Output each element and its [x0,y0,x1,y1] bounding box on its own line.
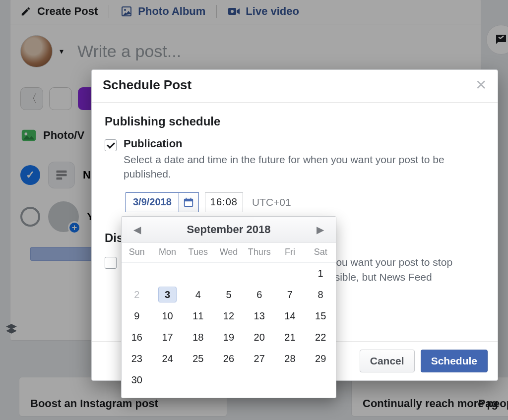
calendar-week-row: 23242526272829 [122,348,336,369]
calendar-day [213,369,244,391]
calendar-day [183,369,213,391]
calendar-day[interactable]: 8 [305,284,336,305]
calendar-week-row: 9101112131415 [122,305,336,327]
calendar-day[interactable]: 28 [275,348,306,369]
distribution-checkbox[interactable] [105,257,117,269]
calendar-day[interactable]: 18 [183,327,213,348]
calendar-day[interactable]: 24 [152,348,183,369]
datepicker-month-title: September 2018 [187,223,271,236]
calendar-week-row: 16171819202122 [122,327,336,348]
time-input[interactable]: 16:08 [205,192,243,212]
calendar-day[interactable]: 25 [183,348,213,369]
modal-title: Schedule Post [103,77,191,93]
date-picker: ◀ September 2018 ▶ Sun Mon Tues Wed Thur… [121,216,336,398]
calendar-day[interactable]: 20 [244,327,275,348]
calendar-day[interactable]: 4 [183,284,213,305]
calendar-day[interactable]: 7 [275,284,306,305]
calendar-week-row: 1 [122,263,336,284]
dow-fri: Fri [275,243,306,263]
calendar-day [183,263,213,284]
calendar-week-row: 2345678 [122,284,336,305]
calendar-day[interactable]: 23 [122,348,152,369]
calendar-day[interactable]: 5 [213,284,244,305]
dow-tue: Tues [183,243,213,263]
dow-sun: Sun [122,243,152,263]
timezone-label: UTC+01 [252,196,291,208]
dow-thu: Thurs [244,243,275,263]
dow-mon: Mon [152,243,183,263]
calendar-day [152,263,183,284]
calendar-day [305,369,336,391]
calendar-day[interactable]: 10 [152,305,183,327]
cancel-button[interactable]: Cancel [360,350,415,372]
date-value: 3/9/2018 [126,196,179,208]
svg-rect-10 [185,199,193,201]
calendar-day[interactable]: 27 [244,348,275,369]
schedule-button[interactable]: Schedule [421,350,488,372]
date-picker-button[interactable] [179,193,198,212]
calendar-day[interactable]: 19 [213,327,244,348]
calendar-day[interactable]: 13 [244,305,275,327]
next-month-button[interactable]: ▶ [313,222,328,238]
prev-month-button[interactable]: ◀ [129,222,145,238]
calendar-day[interactable]: 6 [244,284,275,305]
calendar-day[interactable]: 3 [152,284,183,305]
publication-checkbox[interactable] [105,139,117,151]
calendar-day [152,369,183,391]
close-icon[interactable]: ✕ [475,77,487,93]
calendar-week-row: 30 [122,369,336,398]
calendar-day[interactable]: 11 [183,305,213,327]
calendar-day[interactable]: 9 [122,305,152,327]
calendar-day [213,263,244,284]
svg-rect-11 [186,198,187,200]
calendar-day [275,263,306,284]
calendar-day[interactable]: 16 [122,327,152,348]
calendar-day[interactable]: 1 [305,263,336,284]
svg-rect-12 [190,198,191,200]
calendar-day[interactable]: 17 [152,327,183,348]
calendar-day[interactable]: 15 [305,305,336,327]
calendar-day[interactable]: 26 [213,348,244,369]
dow-wed: Wed [213,243,244,263]
publication-title: Publication [124,137,471,150]
calendar-day [244,263,275,284]
section-publishing-title: Publishing schedule [105,115,485,128]
calendar-day [275,369,306,391]
dow-row: Sun Mon Tues Wed Thurs Fri Sat [122,243,336,263]
calendar-icon [183,197,194,208]
calendar-day[interactable]: 2 [122,284,152,305]
calendar-day[interactable]: 30 [122,369,152,391]
calendar-day[interactable]: 21 [275,327,306,348]
calendar-day [244,369,275,391]
calendar-day[interactable]: 22 [305,327,336,348]
publication-description: Select a date and time in the future for… [124,152,471,181]
date-input[interactable]: 3/9/2018 [126,192,199,212]
calendar-day[interactable]: 14 [275,305,306,327]
dow-sat: Sat [305,243,336,263]
calendar-day[interactable]: 12 [213,305,244,327]
calendar-day[interactable]: 29 [305,348,336,369]
calendar-day [122,263,152,284]
